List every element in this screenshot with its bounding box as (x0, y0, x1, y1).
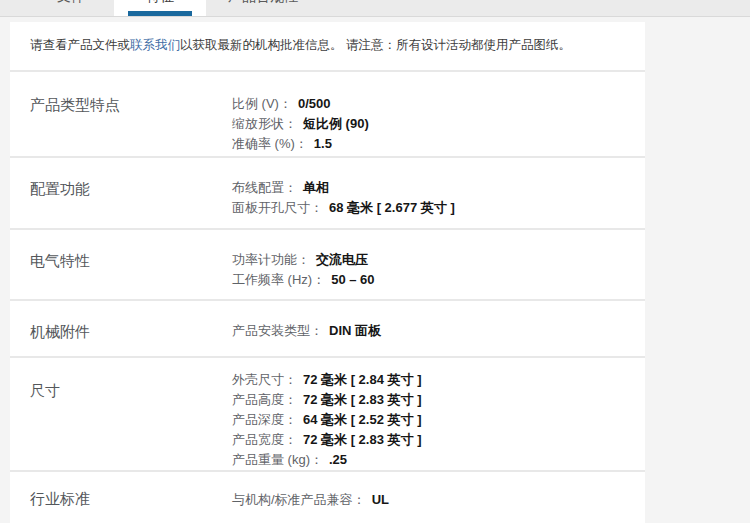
spec-section-dimensions: 尺寸 外壳尺寸：72 毫米 [ 2.84 英寸 ] 产品高度：72 毫米 [ 2… (10, 356, 645, 470)
tab-files-label: 文件 (57, 0, 85, 6)
spec-label: 缩放形状： (232, 116, 297, 131)
spec-label: 工作频率 (Hz)： (232, 272, 325, 287)
section-rows: 比例 (V)：0/500 缩放形状：短比例 (90) 准确率 (%)：1.5 (232, 94, 645, 156)
tab-features[interactable]: 特征 (114, 0, 206, 16)
spec-row: 功率计功能：交流电压 (232, 250, 645, 270)
spec-section-industry-standards: 行业标准 与机构/标准产品兼容：UL (10, 470, 645, 523)
spec-row: 产品深度：64 毫米 [ 2.52 英寸 ] (232, 410, 645, 430)
spec-label: 产品深度： (232, 412, 297, 427)
section-title: 尺寸 (30, 370, 232, 470)
tab-files[interactable]: 文件 (28, 0, 114, 16)
spec-section-product-type: 产品类型特点 比例 (V)：0/500 缩放形状：短比例 (90) 准确率 (%… (10, 70, 645, 156)
spec-value: 72 毫米 [ 2.84 英寸 ] (303, 372, 421, 387)
notice-bar: 请查看产品文件或联系我们以获取最新的机构批准信息。 请注意：所有设计活动都使用产… (10, 22, 645, 70)
spec-value: 72 毫米 [ 2.83 英寸 ] (303, 432, 421, 447)
spec-row: 外壳尺寸：72 毫米 [ 2.84 英寸 ] (232, 370, 645, 390)
section-title: 行业标准 (30, 490, 232, 523)
spec-row: 产品高度：72 毫米 [ 2.83 英寸 ] (232, 390, 645, 410)
tab-bar-spacer (0, 0, 28, 16)
spec-value: 短比例 (90) (303, 116, 369, 131)
spec-value: 72 毫米 [ 2.83 英寸 ] (303, 392, 421, 407)
active-tab-underline (128, 11, 192, 16)
spec-value: 50 – 60 (331, 272, 374, 287)
spec-label: 产品高度： (232, 392, 297, 407)
spec-label: 功率计功能： (232, 252, 310, 267)
spec-label: 面板开孔尺寸： (232, 200, 323, 215)
section-rows: 与机构/标准产品兼容：UL (232, 490, 645, 523)
spec-section-mechanical: 机械附件 产品安装类型：DIN 面板 (10, 299, 645, 356)
spec-row: 准确率 (%)：1.5 (232, 134, 645, 154)
spec-row: 缩放形状：短比例 (90) (232, 114, 645, 134)
section-title: 机械附件 (30, 321, 232, 356)
spec-label: 产品重量 (kg)： (232, 452, 323, 467)
spec-row: 工作频率 (Hz)：50 – 60 (232, 270, 645, 290)
spec-value: DIN 面板 (329, 323, 381, 338)
page: 文件 特征 产品合规性 请查看产品文件或联系我们以获取最新的机构批准信息。 请注… (0, 0, 750, 523)
spec-section-electrical: 电气特性 功率计功能：交流电压 工作频率 (Hz)：50 – 60 (10, 228, 645, 299)
spec-row: 与机构/标准产品兼容：UL (232, 490, 645, 510)
tab-features-label: 特征 (146, 0, 174, 6)
notice-text-before: 请查看产品文件或 (30, 38, 130, 52)
spec-label: 产品安装类型： (232, 323, 323, 338)
spec-value: .25 (329, 452, 347, 467)
spec-label: 比例 (V)： (232, 96, 292, 111)
spec-row: 布线配置：单相 (232, 178, 645, 198)
content-panel: 请查看产品文件或联系我们以获取最新的机构批准信息。 请注意：所有设计活动都使用产… (10, 22, 645, 523)
section-rows: 产品安装类型：DIN 面板 (232, 321, 645, 356)
spec-label: 外壳尺寸： (232, 372, 297, 387)
section-title: 产品类型特点 (30, 94, 232, 156)
spec-label: 布线配置： (232, 180, 297, 195)
tab-product-compliance[interactable]: 产品合规性 (206, 0, 320, 16)
spec-row: 产品重量 (kg)：.25 (232, 450, 645, 470)
spec-row: 面板开孔尺寸：68 毫米 [ 2.677 英寸 ] (232, 198, 645, 218)
spec-value: 0/500 (298, 96, 331, 111)
section-rows: 功率计功能：交流电压 工作频率 (Hz)：50 – 60 (232, 250, 645, 299)
spec-value: 单相 (303, 180, 329, 195)
spec-value: 1.5 (314, 136, 332, 151)
spec-label: 准确率 (%)： (232, 136, 308, 151)
tab-product-compliance-label: 产品合规性 (228, 0, 298, 6)
section-rows: 布线配置：单相 面板开孔尺寸：68 毫米 [ 2.677 英寸 ] (232, 178, 645, 228)
contact-us-link[interactable]: 联系我们 (130, 38, 180, 52)
spec-section-configuration: 配置功能 布线配置：单相 面板开孔尺寸：68 毫米 [ 2.677 英寸 ] (10, 156, 645, 228)
spec-value: 64 毫米 [ 2.52 英寸 ] (303, 412, 421, 427)
spec-value: 68 毫米 [ 2.677 英寸 ] (329, 200, 455, 215)
section-title: 电气特性 (30, 250, 232, 299)
spec-label: 产品宽度： (232, 432, 297, 447)
section-title: 配置功能 (30, 178, 232, 228)
spec-row: 产品宽度：72 毫米 [ 2.83 英寸 ] (232, 430, 645, 450)
section-rows: 外壳尺寸：72 毫米 [ 2.84 英寸 ] 产品高度：72 毫米 [ 2.83… (232, 370, 645, 470)
spec-value: UL (372, 492, 389, 507)
notice-text-after: 以获取最新的机构批准信息。 请注意：所有设计活动都使用产品图纸。 (180, 38, 571, 52)
spec-row: 比例 (V)：0/500 (232, 94, 645, 114)
spec-label: 与机构/标准产品兼容： (232, 492, 366, 507)
tab-bar: 文件 特征 产品合规性 (0, 0, 750, 17)
spec-value: 交流电压 (316, 252, 368, 267)
spec-row: 产品安装类型：DIN 面板 (232, 321, 645, 341)
